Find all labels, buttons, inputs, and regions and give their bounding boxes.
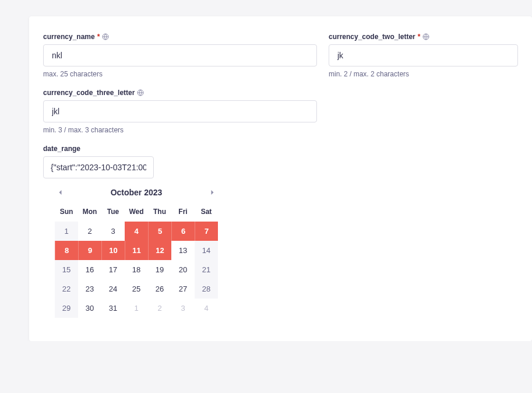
- calendar-day[interactable]: 12: [148, 241, 171, 260]
- calendar-day[interactable]: 27: [171, 279, 195, 299]
- input-currency-code-two-letter[interactable]: [329, 44, 518, 66]
- label-currency-code-two-letter: currency_code_two_letter*: [329, 33, 518, 41]
- calendar-day[interactable]: 3: [171, 299, 195, 318]
- globe-icon: [137, 89, 144, 96]
- calendar-day[interactable]: 3: [101, 222, 125, 241]
- calendar-day[interactable]: 2: [148, 299, 171, 318]
- label-text: currency_name: [43, 33, 95, 41]
- label-currency-code-three-letter: currency_code_three_letter: [43, 89, 317, 97]
- calendar-day[interactable]: 20: [171, 260, 195, 279]
- input-currency-code-three-letter[interactable]: [43, 100, 317, 122]
- calendar-day[interactable]: 10: [101, 241, 125, 260]
- calendar-day[interactable]: 21: [195, 260, 218, 279]
- form-row-1: currency_name* max. 25 characters curren…: [43, 33, 518, 78]
- calendar-day[interactable]: 4: [195, 299, 218, 318]
- help-currency-name: max. 25 characters: [43, 70, 317, 78]
- calendar-day[interactable]: 6: [171, 222, 195, 241]
- calendar: October 2023 SunMonTueWedThuFriSat123456…: [55, 187, 218, 318]
- field-currency-code-two-letter: currency_code_two_letter* min. 2 / max. …: [329, 33, 518, 78]
- calendar-day[interactable]: 16: [78, 260, 101, 279]
- calendar-day[interactable]: 4: [125, 222, 148, 241]
- input-date-range[interactable]: [43, 156, 154, 178]
- calendar-prev-button[interactable]: [55, 187, 66, 198]
- calendar-day[interactable]: 26: [148, 279, 171, 299]
- calendar-day[interactable]: 28: [195, 279, 218, 299]
- calendar-title: October 2023: [66, 188, 206, 197]
- label-date-range: date_range: [43, 145, 518, 153]
- calendar-day[interactable]: 15: [55, 260, 78, 279]
- calendar-header: October 2023: [55, 187, 218, 198]
- calendar-day[interactable]: 5: [148, 222, 171, 241]
- calendar-dow: Thu: [148, 204, 171, 222]
- field-date-range: date_range October 2023 SunMonTueWedThuF…: [43, 145, 518, 318]
- calendar-day[interactable]: 9: [78, 241, 101, 260]
- calendar-day[interactable]: 30: [78, 299, 101, 318]
- calendar-day[interactable]: 24: [101, 279, 125, 299]
- calendar-dow: Tue: [101, 204, 125, 222]
- calendar-day[interactable]: 1: [125, 299, 148, 318]
- form-row-2: currency_code_three_letter min. 3 / max.…: [43, 89, 518, 134]
- calendar-day[interactable]: 13: [171, 241, 195, 260]
- calendar-grid: SunMonTueWedThuFriSat1234567891011121314…: [55, 204, 218, 318]
- form-card: currency_name* max. 25 characters curren…: [29, 16, 532, 341]
- calendar-dow: Mon: [78, 204, 101, 222]
- field-currency-code-three-letter: currency_code_three_letter min. 3 / max.…: [43, 89, 317, 134]
- calendar-day[interactable]: 17: [101, 260, 125, 279]
- field-currency-name: currency_name* max. 25 characters: [43, 33, 317, 78]
- label-text: currency_code_two_letter: [329, 33, 415, 41]
- calendar-day[interactable]: 8: [55, 241, 78, 260]
- input-currency-name[interactable]: [43, 44, 317, 66]
- required-mark: *: [418, 33, 421, 41]
- calendar-day[interactable]: 14: [195, 241, 218, 260]
- calendar-next-button[interactable]: [206, 187, 218, 198]
- calendar-day[interactable]: 2: [78, 222, 101, 241]
- calendar-day[interactable]: 31: [101, 299, 125, 318]
- required-mark: *: [97, 33, 100, 41]
- label-text: currency_code_three_letter: [43, 89, 135, 97]
- calendar-day[interactable]: 23: [78, 279, 101, 299]
- globe-icon: [422, 33, 429, 40]
- calendar-day[interactable]: 22: [55, 279, 78, 299]
- calendar-dow: Sun: [55, 204, 78, 222]
- calendar-day[interactable]: 29: [55, 299, 78, 318]
- calendar-day[interactable]: 11: [125, 241, 148, 260]
- calendar-day[interactable]: 25: [125, 279, 148, 299]
- calendar-day[interactable]: 19: [148, 260, 171, 279]
- calendar-dow: Sat: [195, 204, 218, 222]
- globe-icon: [102, 33, 109, 40]
- label-currency-name: currency_name*: [43, 33, 317, 41]
- calendar-dow: Fri: [171, 204, 195, 222]
- help-currency-code-two-letter: min. 2 / max. 2 characters: [329, 70, 518, 78]
- calendar-dow: Wed: [125, 204, 148, 222]
- calendar-day[interactable]: 1: [55, 222, 78, 241]
- calendar-day[interactable]: 18: [125, 260, 148, 279]
- help-currency-code-three-letter: min. 3 / max. 3 characters: [43, 126, 317, 134]
- calendar-day[interactable]: 7: [195, 222, 218, 241]
